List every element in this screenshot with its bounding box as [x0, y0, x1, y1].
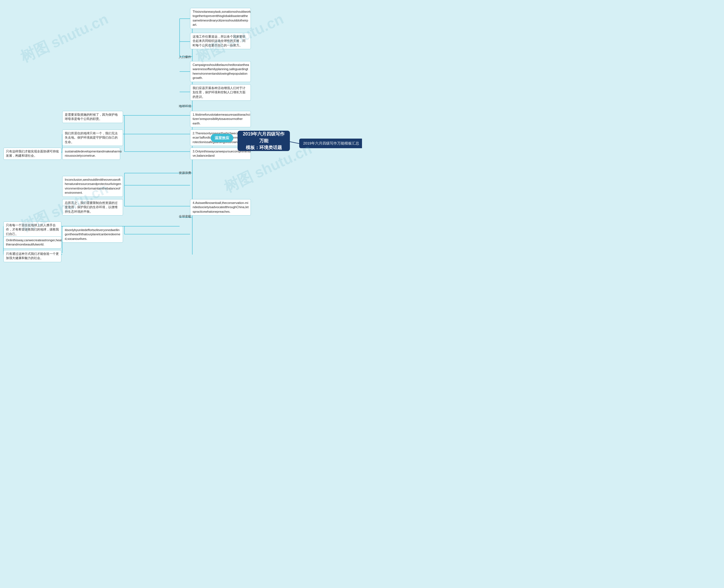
node-n9: 总而言之，我们需要限制自然资源的过度使用，保护我们的生存环境，以便维持生态环境的…: [62, 199, 123, 215]
node-n4: 我们应该开展各种活动增强人们对于计划生育，保护环境和控制人口增长方面的意识。: [190, 84, 251, 101]
node-n1: Thisisnotaneasytask,sonationsshouldwork …: [190, 8, 251, 29]
node-n9en: 4.Asiswellknowntoall,theconservation-mi …: [190, 199, 251, 215]
node-n12: 只有通过这种方式我们才能创造一个更加强大健康和魅力的社会。: [3, 250, 61, 262]
label-renkou: 人口爆炸: [169, 55, 191, 59]
diagram-container: 树图 shutu.cn 树图 shutu.cn 树图 shutu.cn 树图 s…: [0, 0, 362, 294]
center-node: 2019年六月四级写作万能 模板：环境类话题: [238, 131, 290, 151]
label-quanqiu: 全球变暖: [169, 214, 191, 218]
center-node-label: 2019年六月四级写作万能 模板：环境类话题: [243, 131, 285, 151]
node-n6: 我们所居住的地球只有一个，我们无法失去地。保护环境就是守护我们自己的生命。: [62, 129, 123, 146]
node-n5: 是需要采取措施的时候了，因为保护地球母亲是每个公民的职责。: [62, 111, 123, 123]
right-node-label: 2019年六月四级写作万能模板汇总: [303, 141, 359, 145]
label-diqiu: 地球环境: [169, 104, 191, 108]
right-node: 2019年六月四级写作万能模板汇总: [299, 139, 362, 148]
node-n3: Campaignsshouldbelaunchedtoraisethea war…: [190, 61, 251, 82]
node-n5en: 1.Itistimeforustotakemeasuresasitiseachc…: [190, 111, 251, 127]
watermark-1: 树图 shutu.cn: [17, 9, 111, 67]
node-n10: 只有每一个居住在地球上的人携手合作，才有希望拯救我们的地球，拯救我们自己。: [3, 222, 61, 238]
node-n11en: Onlinthisway,canwecreateastronger,heal t…: [3, 236, 61, 249]
node-n13: itisonlybyunitedeffortsofeveryonedwellin…: [62, 226, 123, 243]
node-n8: Inconclusion,weshouldlimittheoveruseoft …: [62, 176, 123, 197]
node-n7en: sustainabledevelopmentandmakeaharmo niou…: [62, 148, 120, 160]
node-n2: 这项工作任重道远，所以各个国家要联合起来共同组织这场全球性的灾难，同时每个公民也…: [190, 33, 251, 49]
node-n7: 只有这样我们才能实现全面协调可持续发展，构建和谐社会。: [3, 148, 61, 160]
green-node: 温室效应: [211, 134, 233, 142]
label-ziyuan: 资源浪费: [169, 171, 191, 175]
svg-line-1: [289, 142, 300, 144]
green-node-label: 温室效应: [215, 136, 229, 140]
